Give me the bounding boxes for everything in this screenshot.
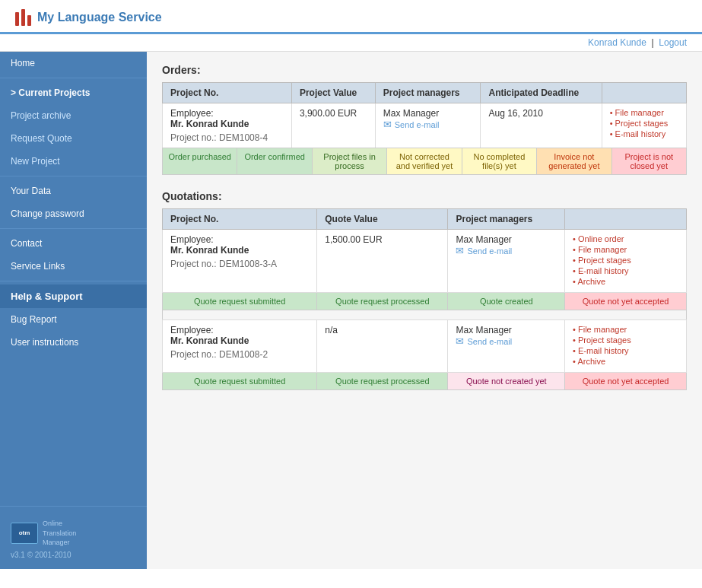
quotations-table: Project No. Quote Value Project managers…	[162, 208, 687, 390]
logout-link[interactable]: Logout	[659, 37, 687, 48]
main-content: Orders: Project No. Project Value Projec…	[147, 52, 702, 569]
sidebar-item-your-data[interactable]: Your Data	[0, 180, 147, 202]
quote-2-status-4: Quote not yet accepted	[565, 373, 687, 390]
otm-logo-box: otm	[11, 523, 38, 544]
quote-2-employee-name: Mr. Konrad Kunde	[170, 335, 309, 346]
quote-1-link-file-manager[interactable]: File manager	[573, 245, 678, 254]
user-name: Konrad Kunde	[588, 37, 646, 48]
quote-2-send-email[interactable]: ✉ Send e-mail	[456, 335, 557, 347]
status-ex-order-purchased: Order purchased	[163, 148, 237, 175]
user-bar: Konrad Kunde | Logout	[0, 34, 702, 52]
quote-2-status-2: Quote request processed	[317, 373, 448, 390]
order-employee-label: Employee:	[170, 108, 284, 119]
quote-1-status-1: Quote request submitted	[163, 293, 317, 310]
quotations-title: Quotations:	[162, 190, 687, 202]
quote-1-link-project-stages[interactable]: Project stages	[573, 256, 678, 265]
sidebar-footer: otm OnlineTranslationManager v3.1 © 2001…	[0, 506, 147, 567]
order-manager: Max Manager ✉ Send e-mail	[375, 103, 481, 148]
quote-1-status-4: Quote not yet accepted	[565, 293, 687, 310]
quote-1-status-3: Quote created	[448, 293, 565, 310]
quote-1-project-no-val: Project no.: DEM1008-3-A	[170, 259, 309, 269]
quot-col-actions	[565, 209, 687, 230]
quote-2-link-email-history[interactable]: E-mail history	[573, 346, 678, 355]
status-ex-no-files: No completed file(s) yet	[462, 148, 536, 175]
quote-2-link-archive[interactable]: Archive	[573, 357, 678, 366]
quote-1-send-email[interactable]: ✉ Send e-mail	[456, 245, 557, 256]
otm-logo: otm OnlineTranslationManager	[11, 519, 136, 548]
order-send-email[interactable]: ✉ Send e-mail	[383, 119, 473, 130]
quot-col-project-no: Project No.	[163, 209, 317, 230]
quote-row-2: Employee: Mr. Konrad Kunde Project no.: …	[163, 320, 687, 373]
logo-icon	[15, 9, 31, 26]
sidebar: Home > Current Projects Project archive …	[0, 52, 147, 569]
quote-2-manager: Max Manager ✉ Send e-mail	[448, 320, 565, 373]
quote-1-project-no: Employee: Mr. Konrad Kunde Project no.: …	[163, 230, 317, 293]
sidebar-item-service-links[interactable]: Service Links	[0, 255, 147, 278]
logo-area: My Language Service	[15, 9, 162, 26]
order-project-no-label: Project no.: DEM1008-4	[170, 132, 284, 143]
quotations-section: Quotations: Project No. Quote Value Proj…	[162, 190, 687, 390]
orders-col-actions	[602, 83, 686, 103]
quote-2-link-file-manager[interactable]: File manager	[573, 325, 678, 334]
order-status-extra-table: Order purchased Order confirmed Project …	[162, 148, 687, 175]
quote-2-employee-label: Employee:	[170, 325, 309, 335]
quote-1-status-2: Quote request processed	[317, 293, 448, 310]
quote-1-manager: Max Manager ✉ Send e-mail	[448, 230, 565, 293]
orders-col-deadline: Anticipated Deadline	[481, 83, 602, 103]
order-row-1: Employee: Mr. Konrad Kunde Project no.: …	[163, 103, 687, 148]
sidebar-item-change-password[interactable]: Change password	[0, 202, 147, 225]
quote-2-manager-name: Max Manager	[456, 325, 557, 335]
sidebar-item-bug-report[interactable]: Bug Report	[0, 308, 147, 331]
orders-table: Project No. Project Value Project manage…	[162, 82, 687, 148]
quote-2-status-row: Quote request submitted Quote request pr…	[163, 373, 687, 390]
sidebar-item-new-project[interactable]: New Project	[0, 150, 147, 173]
orders-col-value: Project Value	[291, 83, 375, 103]
sidebar-item-contact[interactable]: Contact	[0, 232, 147, 255]
status-ex-project-files: Project files in process	[312, 148, 386, 175]
quot-col-managers: Project managers	[448, 209, 565, 230]
logo-bar-1	[15, 12, 19, 26]
sidebar-item-home[interactable]: Home	[0, 52, 147, 75]
sidebar-version: v3.1 © 2001-2010	[11, 551, 136, 559]
quote-2-link-project-stages[interactable]: Project stages	[573, 335, 678, 345]
quote-2-links: File manager Project stages E-mail histo…	[565, 320, 687, 373]
quote-1-employee-label: Employee:	[170, 234, 309, 245]
orders-col-project-no: Project No.	[163, 83, 292, 103]
header: My Language Service	[0, 0, 702, 34]
quote-1-employee-name: Mr. Konrad Kunde	[170, 245, 309, 256]
otm-logo-text: OnlineTranslationManager	[43, 519, 76, 548]
quote-1-value: 1,500.00 EUR	[317, 230, 448, 293]
order-link-project-stages[interactable]: Project stages	[610, 119, 678, 128]
order-deadline: Aug 16, 2010	[481, 103, 602, 148]
sidebar-item-current-projects[interactable]: > Current Projects	[0, 81, 147, 104]
quote-2-email-icon: ✉	[456, 335, 464, 347]
logo-bar-3	[27, 15, 31, 26]
status-ex-not-closed: Project is not closed yet	[611, 148, 686, 175]
quote-1-link-online-order[interactable]: Online order	[573, 234, 678, 243]
quote-2-project-no-val: Project no.: DEM1008-2	[170, 349, 309, 360]
status-ex-not-corrected: Not corrected and verified yet	[387, 148, 462, 175]
quote-1-link-email-history[interactable]: E-mail history	[573, 266, 678, 275]
quote-1-status-row: Quote request submitted Quote request pr…	[163, 293, 687, 310]
order-project-no: Employee: Mr. Konrad Kunde Project no.: …	[163, 103, 292, 148]
quote-row-1: Employee: Mr. Konrad Kunde Project no.: …	[163, 230, 687, 293]
logo-text: My Language Service	[37, 11, 162, 24]
sidebar-item-request-quote[interactable]: Request Quote	[0, 127, 147, 150]
order-links: File manager Project stages E-mail histo…	[602, 103, 686, 148]
quote-1-link-archive[interactable]: Archive	[573, 277, 678, 286]
logo-bar-2	[21, 9, 25, 26]
email-icon: ✉	[383, 119, 392, 130]
order-status-extra-row: Order purchased Order confirmed Project …	[163, 148, 687, 175]
quote-spacer	[163, 310, 687, 320]
order-link-file-manager[interactable]: File manager	[610, 108, 678, 117]
quote-1-email-icon: ✉	[456, 245, 464, 256]
order-value: 3,900.00 EUR	[291, 103, 375, 148]
quot-col-value: Quote Value	[317, 209, 448, 230]
sidebar-item-help-support[interactable]: Help & Support	[0, 284, 147, 308]
sidebar-item-user-instructions[interactable]: User instructions	[0, 331, 147, 354]
quote-1-links: Online order File manager Project stages…	[565, 230, 687, 293]
sidebar-item-project-archive[interactable]: Project archive	[0, 104, 147, 127]
layout: Home > Current Projects Project archive …	[0, 52, 702, 569]
order-link-email-history[interactable]: E-mail history	[610, 129, 678, 138]
quote-2-value: n/a	[317, 320, 448, 373]
